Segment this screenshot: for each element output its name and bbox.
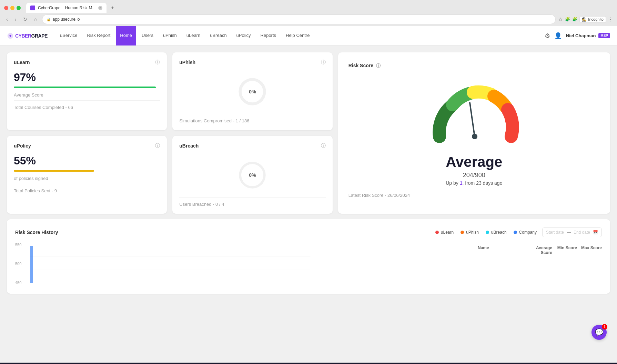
th-name: Name [478,245,527,255]
tab-favicon [30,6,35,10]
legend-company: Company [514,230,537,235]
legend-dot-uphish [461,231,464,234]
risk-change-text: Up by 1, from 23 days ago [446,180,502,186]
ulearn-card: uLearn ⓘ 97% Average Score Total Courses… [7,52,167,130]
chart-right: Name Average Score Min Score Max Score [478,243,602,285]
ulearn-info-icon[interactable]: ⓘ [155,59,160,65]
uphish-donut-container: 0% [179,71,325,112]
dashboard-grid: uLearn ⓘ 97% Average Score Total Courses… [7,52,610,214]
home-button[interactable]: ⌂ [32,16,39,23]
nav-item-helpcentre[interactable]: Help Centre [282,26,314,46]
gauge-svg [419,81,529,143]
y-label-450: 450 [15,281,21,285]
upolicy-info-icon[interactable]: ⓘ [155,143,160,149]
nav-item-home[interactable]: Home [116,26,136,46]
main-content: uLearn ⓘ 97% Average Score Total Courses… [0,46,617,363]
risk-history-title: Risk Score History [15,230,58,235]
upolicy-progress-bar [14,170,94,172]
risk-score-info-icon[interactable]: ⓘ [376,63,381,68]
nav-item-ubreach[interactable]: uBreach [206,26,231,46]
minimize-traffic-light[interactable] [10,6,14,10]
incognito-icon: 🕵 [582,17,587,22]
reload-button[interactable]: ↻ [21,16,29,23]
nav-items: uService Risk Report Home Users uPhish u… [56,26,545,46]
nav-item-uphish[interactable]: uPhish [159,26,181,46]
chart-legend: uLearn uPhish uBreach Company [435,230,537,235]
legend-label-company: Company [519,230,537,235]
ubreach-card: uBreach ⓘ 0% Users Breached - 0 / 4 [172,136,332,214]
settings-button[interactable]: ⚙ [545,32,550,40]
uphish-card: uPhish ⓘ 0% Simulations Compromised - 1 … [172,52,332,130]
ulearn-courses-label: Total Courses Completed - 66 [14,100,160,110]
y-label-550: 550 [15,243,21,247]
ulearn-card-header: uLearn ⓘ [14,59,160,65]
msp-badge: MSP [598,33,610,38]
extension-icon[interactable]: 🧩 [565,17,570,22]
line-chart [29,243,312,284]
nav-item-riskreport[interactable]: Risk Report [83,26,114,46]
th-average-score: Average Score [527,245,552,255]
tab-close-button[interactable]: ✕ [98,6,102,10]
risk-score-card: Risk Score ⓘ [338,52,610,214]
chart-area: 550 500 450 [15,243,602,285]
url-text: app.usecure.io [53,17,552,22]
tab-title: CyberGrape – Human Risk M... [38,6,95,10]
legend-label-ulearn: uLearn [441,230,454,235]
upolicy-card: uPolicy ⓘ 55% of policies signed Total P… [7,136,167,214]
legend-dot-company [514,231,517,234]
nav-right: ⚙ 👤 Niel Chapman MSP [545,32,610,40]
logo: CYBERGRAPE [7,32,48,39]
close-traffic-light[interactable] [4,6,8,10]
ulearn-avg-score-label: Average Score [14,92,160,98]
history-controls: uLearn uPhish uBreach Company [435,228,602,237]
calendar-icon[interactable]: 📅 [593,230,598,235]
legend-dot-ulearn [435,231,439,234]
uphish-info-icon[interactable]: ⓘ [321,59,326,65]
upolicy-sent-label: Total Policies Sent - 9 [14,184,160,193]
chat-button[interactable]: 💬 1 [591,325,607,340]
chat-notification-badge: 1 [602,324,607,330]
ulearn-progress-bar [14,87,156,88]
th-min-score: Min Score [552,245,577,255]
user-info: Niel Chapman MSP [566,33,610,38]
svg-rect-6 [30,246,33,283]
bar-chart-wrapper: 550 500 450 [15,243,469,285]
nav-item-reports[interactable]: Reports [256,26,281,46]
ubreach-donut: 0% [239,161,266,189]
uphish-donut-label: 0% [249,89,256,94]
extensions-icon[interactable]: 🧩 [572,17,577,22]
date-range-picker[interactable]: Start date — End date 📅 [542,228,602,237]
upolicy-title: uPolicy [14,143,31,149]
uphish-donut: 0% [239,78,266,105]
incognito-badge: 🕵 Incognito [579,16,606,23]
upolicy-card-header: uPolicy ⓘ [14,143,160,149]
nav-item-uservice[interactable]: uService [56,26,82,46]
back-button[interactable]: ‹ [4,16,10,23]
forward-button[interactable]: › [13,16,19,23]
svg-point-2 [472,134,477,139]
uphish-card-header: uPhish ⓘ [179,59,325,65]
user-profile-button[interactable]: 👤 [554,32,562,40]
new-tab-button[interactable]: + [108,3,117,12]
bookmark-icon[interactable]: ☆ [558,17,563,22]
incognito-label: Incognito [588,17,604,21]
table-header: Name Average Score Min Score Max Score [478,243,602,258]
legend-dot-ubreach [486,231,489,234]
nav-item-ulearn[interactable]: uLearn [182,26,204,46]
browser-tab-active[interactable]: CyberGrape – Human Risk M... ✕ [26,3,107,13]
browser-toolbar: ‹ › ↻ ⌂ 🔒 app.usecure.io ☆ 🧩 🧩 🕵 Incogni… [0,13,617,26]
risk-history-section: Risk Score History uLearn uPhish [7,219,610,294]
ubreach-title: uBreach [179,143,199,149]
ubreach-card-header: uBreach ⓘ [179,143,325,149]
th-max-score: Max Score [577,245,602,255]
maximize-traffic-light[interactable] [17,6,21,10]
date-separator: — [567,230,571,235]
menu-icon[interactable]: ⋮ [608,17,613,22]
browser-tabs: CyberGrape – Human Risk M... ✕ + [0,3,617,13]
ubreach-users-label: Users Breached - 0 / 4 [179,197,325,207]
nav-item-users[interactable]: Users [138,26,158,46]
address-bar[interactable]: 🔒 app.usecure.io [42,14,556,24]
svg-line-1 [470,103,475,136]
ubreach-info-icon[interactable]: ⓘ [321,143,326,149]
nav-item-upolicy[interactable]: uPolicy [232,26,255,46]
